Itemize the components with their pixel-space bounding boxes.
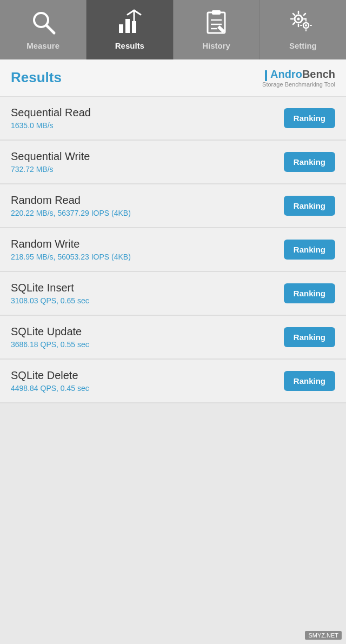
svg-line-21 xyxy=(304,14,305,15)
brand-accent xyxy=(265,70,267,81)
watermark: SMYZ.NET xyxy=(305,631,342,640)
result-item-sqlite-insert: SQLite Insert 3108.03 QPS, 0.65 sec Rank… xyxy=(0,272,346,316)
result-info: Sequential Read 1635.0 MB/s xyxy=(11,107,91,130)
result-info: SQLite Delete 4498.84 QPS, 0.45 sec xyxy=(11,369,89,393)
history-icon xyxy=(203,9,229,37)
page-title: Results xyxy=(11,69,62,86)
svg-rect-4 xyxy=(132,21,136,33)
result-value: 218.95 MB/s, 56053.23 IOPS (4KB) xyxy=(11,253,131,261)
nav-item-results[interactable]: Results xyxy=(86,0,173,59)
navigation-bar: Measure Results xyxy=(0,0,346,59)
svg-line-20 xyxy=(293,14,295,15)
result-info: Random Read 220.22 MB/s, 56377.29 IOPS (… xyxy=(11,194,131,217)
measure-label: Measure xyxy=(26,41,59,50)
ranking-button-sequential-write[interactable]: Ranking xyxy=(284,152,335,172)
result-name: Random Write xyxy=(11,238,131,250)
result-item-sequential-read: Sequential Read 1635.0 MB/s Ranking xyxy=(0,97,346,141)
result-name: Sequential Read xyxy=(11,107,91,119)
result-info: SQLite Update 3686.18 QPS, 0.55 sec xyxy=(11,326,89,349)
setting-label: Setting xyxy=(289,41,317,50)
ranking-button-sqlite-delete[interactable]: Ranking xyxy=(284,371,335,391)
brand-name-part1: Andro xyxy=(270,68,302,80)
results-icon xyxy=(117,9,143,37)
svg-line-1 xyxy=(46,25,54,33)
result-name: Random Read xyxy=(11,194,131,207)
result-item-sequential-write: Sequential Write 732.72 MB/s Ranking xyxy=(0,141,346,184)
setting-icon xyxy=(290,9,316,37)
result-value: 4498.84 QPS, 0.45 sec xyxy=(11,384,89,393)
result-item-sqlite-update: SQLite Update 3686.18 QPS, 0.55 sec Rank… xyxy=(0,316,346,360)
results-list: Sequential Read 1635.0 MB/s Ranking Sequ… xyxy=(0,97,346,403)
svg-rect-2 xyxy=(119,24,123,33)
result-info: Random Write 218.95 MB/s, 56053.23 IOPS … xyxy=(11,238,131,261)
svg-point-13 xyxy=(297,18,300,21)
ranking-button-random-write[interactable]: Ranking xyxy=(284,240,335,260)
ranking-button-sqlite-update[interactable]: Ranking xyxy=(284,327,335,347)
svg-point-15 xyxy=(305,24,307,26)
result-value: 3108.03 QPS, 0.65 sec xyxy=(11,296,89,305)
result-item-random-write: Random Write 218.95 MB/s, 56053.23 IOPS … xyxy=(0,228,346,272)
ranking-button-sqlite-insert[interactable]: Ranking xyxy=(284,283,335,303)
result-value: 1635.0 MB/s xyxy=(11,121,91,130)
results-label: Results xyxy=(115,41,144,50)
result-value: 220.22 MB/s, 56377.29 IOPS (4KB) xyxy=(11,209,131,217)
title-bar: Results AndroBench Storage Benchmarking … xyxy=(0,59,346,97)
svg-rect-7 xyxy=(212,10,221,15)
result-info: SQLite Insert 3108.03 QPS, 0.65 sec xyxy=(11,282,89,305)
ranking-button-random-read[interactable]: Ranking xyxy=(284,196,335,216)
brand-name-part2: Bench xyxy=(302,68,335,80)
ranking-button-sequential-read[interactable]: Ranking xyxy=(284,108,335,128)
svg-line-22 xyxy=(293,23,295,24)
nav-item-setting[interactable]: Setting xyxy=(260,0,346,59)
brand-subtitle: Storage Benchmarking Tool xyxy=(262,81,335,88)
history-label: History xyxy=(202,41,230,50)
result-name: SQLite Delete xyxy=(11,369,89,382)
svg-rect-3 xyxy=(125,19,130,33)
measure-icon xyxy=(30,9,56,37)
brand-name: AndroBench xyxy=(265,68,335,81)
result-value: 732.72 MB/s xyxy=(11,165,90,174)
result-name: SQLite Update xyxy=(11,326,89,338)
brand-logo: AndroBench Storage Benchmarking Tool xyxy=(262,68,335,88)
nav-item-history[interactable]: History xyxy=(174,0,260,59)
result-item-sqlite-delete: SQLite Delete 4498.84 QPS, 0.45 sec Rank… xyxy=(0,360,346,403)
result-name: Sequential Write xyxy=(11,150,90,163)
nav-item-measure[interactable]: Measure xyxy=(0,0,86,59)
result-name: SQLite Insert xyxy=(11,282,89,294)
result-value: 3686.18 QPS, 0.55 sec xyxy=(11,340,89,349)
svg-rect-11 xyxy=(217,25,225,33)
result-info: Sequential Write 732.72 MB/s xyxy=(11,150,90,174)
result-item-random-read: Random Read 220.22 MB/s, 56377.29 IOPS (… xyxy=(0,184,346,228)
